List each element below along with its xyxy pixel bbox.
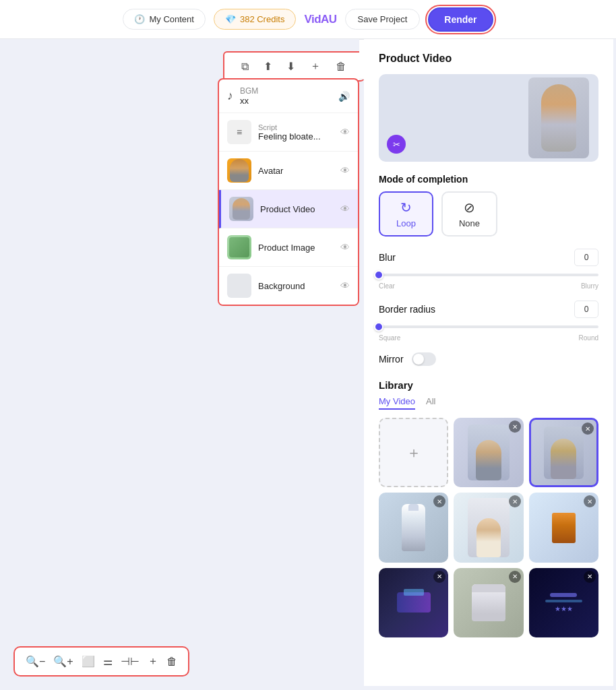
close-icon-4[interactable]: ✕ [509, 495, 521, 507]
close-icon-7[interactable]: ✕ [509, 571, 521, 583]
panel-title: Product Video [379, 53, 598, 65]
music-icon: ♪ [227, 89, 233, 103]
library-item-2[interactable]: ✕ [529, 418, 598, 487]
close-icon-1[interactable]: ✕ [509, 420, 521, 433]
loop-icon: ↻ [400, 199, 412, 216]
background-label: Background [258, 281, 334, 291]
avatar-label: Avatar [258, 166, 334, 176]
layer-item-bgm[interactable]: ♪ BGM xx 🔊 [219, 80, 358, 113]
bottom-toolbar: 🔍− 🔍+ ⬜ ⚌ ⊣⊢ ＋ 🗑 [13, 646, 189, 677]
mirror-label: Mirror [379, 354, 404, 365]
script-icon-thumb: ≡ [227, 120, 251, 144]
library-grid: ＋ ✕ ✕ ✕ [379, 418, 598, 637]
topbar: 🕐 My Content 💎 382 Credits VidAU Save Pr… [0, 0, 616, 39]
volume-icon[interactable]: 🔊 [338, 91, 350, 102]
border-radius-slider[interactable] [379, 321, 598, 333]
vidau-logo: VidAU [304, 13, 336, 26]
layer-list-panel: ♪ BGM xx 🔊 ≡ Script Feeling bloate... 👁 … [218, 78, 359, 306]
frame-icon[interactable]: ⬜ [82, 655, 95, 668]
person-shape [541, 84, 576, 152]
product-video-label: Product Video [260, 204, 334, 214]
border-max-label: Round [579, 334, 598, 342]
duplicate-icon[interactable]: ⧉ [241, 61, 249, 73]
eye-icon-background[interactable]: 👁 [340, 280, 350, 291]
add-layer-icon[interactable]: ＋ [310, 59, 321, 73]
scissors-icon[interactable]: ✂ [387, 135, 406, 154]
library-tabs: My Video All [379, 396, 598, 410]
layer-item-product-image[interactable]: Product Image 👁 [219, 228, 358, 267]
library-item-5[interactable]: ✕ [529, 493, 598, 562]
tab-all[interactable]: All [426, 396, 435, 410]
layer-toolbar: ⧉ ⬆ ⬇ ＋ 🗑 [223, 51, 365, 82]
waveform-icon[interactable]: ⚌ [103, 655, 113, 668]
close-icon-6[interactable]: ✕ [433, 571, 445, 583]
blur-label: Blur [379, 252, 396, 263]
toggle-knob [413, 354, 424, 365]
eye-icon-product-video[interactable]: 👁 [340, 203, 350, 214]
bgm-name-label: xx [240, 96, 332, 106]
library-item-7[interactable]: ✕ [454, 568, 523, 637]
border-min-label: Square [379, 334, 400, 342]
blur-section: Blur 0 Clear Blurry [379, 249, 598, 290]
save-project-button[interactable]: Save Project [345, 9, 421, 30]
blur-slider[interactable] [379, 269, 598, 281]
mode-group: ↻ Loop ⊘ None [379, 191, 598, 237]
none-label: None [459, 218, 480, 228]
delete-layer-icon[interactable]: 🗑 [336, 61, 346, 73]
tab-my-video[interactable]: My Video [379, 396, 415, 410]
mode-loop-button[interactable]: ↻ Loop [379, 191, 433, 237]
library-item-4[interactable]: ✕ [454, 493, 523, 562]
video-person-preview [528, 77, 589, 158]
render-button[interactable]: Render [428, 7, 493, 32]
diamond-icon: 💎 [225, 14, 236, 24]
clock-icon: 🕐 [134, 14, 145, 24]
background-thumb [227, 274, 251, 298]
zoom-in-icon[interactable]: 🔍+ [53, 655, 73, 668]
credits-button[interactable]: 💎 382 Credits [214, 9, 296, 30]
library-section: Library My Video All ＋ ✕ ✕ [379, 379, 598, 637]
split-icon[interactable]: ⊣⊢ [121, 655, 140, 668]
border-radius-thumb[interactable] [374, 322, 383, 332]
library-item-8[interactable]: ✕ ★★★ [529, 568, 598, 637]
eye-icon-script[interactable]: 👁 [340, 127, 350, 137]
eye-icon-product-image[interactable]: 👁 [340, 242, 350, 253]
layer-item-product-video[interactable]: Product Video 👁 [219, 190, 358, 228]
right-panel: Product Video ✂ Mode of completion ↻ Loo… [364, 39, 613, 686]
product-image-label: Product Image [258, 243, 334, 253]
move-up-icon[interactable]: ⬆ [264, 60, 272, 73]
layer-item-avatar[interactable]: Avatar 👁 [219, 152, 358, 190]
layer-item-script[interactable]: ≡ Script Feeling bloate... 👁 [219, 113, 358, 152]
library-add-button[interactable]: ＋ [379, 418, 448, 487]
my-content-label: My Content [149, 14, 193, 24]
close-icon-8[interactable]: ✕ [584, 571, 596, 583]
library-item-3[interactable]: ✕ [379, 493, 448, 562]
blur-thumb[interactable] [374, 270, 383, 280]
border-radius-value[interactable]: 0 [574, 301, 598, 318]
move-down-icon[interactable]: ⬇ [286, 60, 295, 73]
eye-icon-avatar[interactable]: 👁 [340, 165, 350, 176]
add-icon[interactable]: ＋ [148, 654, 158, 668]
mirror-toggle[interactable] [412, 352, 436, 366]
library-item-1[interactable]: ✕ [454, 418, 523, 487]
blur-min-label: Clear [379, 282, 395, 290]
mode-none-button[interactable]: ⊘ None [441, 191, 497, 237]
blur-value[interactable]: 0 [574, 249, 598, 266]
border-radius-section: Border radius 0 Square Round [379, 301, 598, 342]
avatar-thumb [227, 158, 251, 183]
delete-icon[interactable]: 🗑 [166, 656, 177, 668]
library-item-6[interactable]: ✕ [379, 568, 448, 637]
my-content-button[interactable]: 🕐 My Content [123, 9, 205, 30]
zoom-out-icon[interactable]: 🔍− [26, 655, 45, 668]
close-icon-5[interactable]: ✕ [584, 495, 596, 507]
mirror-row: Mirror [379, 352, 598, 366]
credits-label: 382 Credits [240, 14, 284, 24]
close-icon-2[interactable]: ✕ [582, 422, 594, 435]
mode-section-label: Mode of completion [379, 174, 598, 185]
layer-item-background[interactable]: Background 👁 [219, 267, 358, 305]
product-image-thumb [227, 235, 251, 259]
script-type-label: Script [258, 123, 334, 131]
close-icon-3[interactable]: ✕ [433, 495, 445, 507]
blur-max-label: Blurry [581, 282, 598, 290]
product-video-thumb [229, 197, 253, 221]
border-radius-label: Border radius [379, 304, 435, 315]
